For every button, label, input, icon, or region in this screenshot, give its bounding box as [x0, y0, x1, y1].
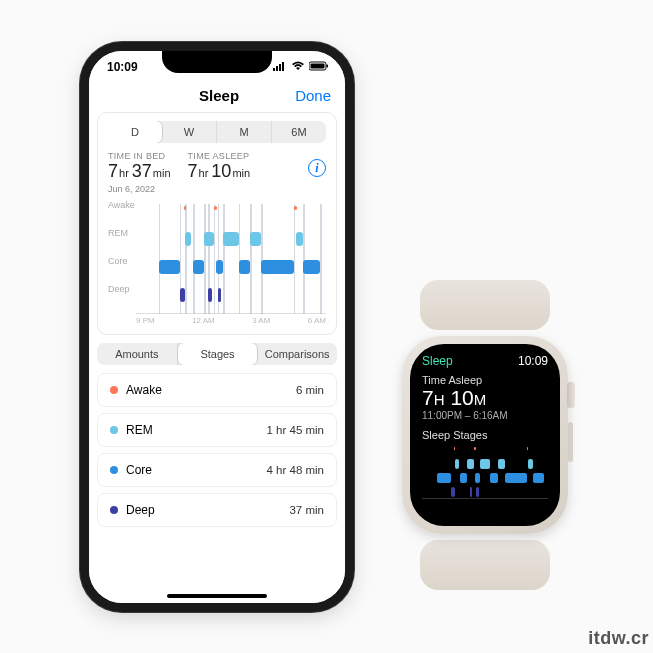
notch: [162, 51, 272, 73]
status-time: 10:09: [107, 60, 138, 74]
svg-rect-6: [327, 65, 329, 68]
stage-label-awake: Awake: [108, 200, 135, 210]
digital-crown[interactable]: [567, 382, 575, 408]
watch-time: 10:09: [518, 354, 548, 368]
view-tab-amounts[interactable]: Amounts: [97, 343, 178, 365]
legend-value: 37 min: [289, 504, 324, 516]
chart-x-axis-labels: 9 PM 12 AM 3 AM 6 AM: [108, 316, 326, 328]
svg-rect-3: [282, 62, 284, 71]
legend-name: Core: [126, 463, 152, 477]
watch-screen[interactable]: Sleep 10:09 Time Asleep 7H 10M 11:00PM –…: [410, 344, 560, 526]
legend-value: 1 hr 45 min: [266, 424, 324, 436]
view-tab-comparisons[interactable]: Comparisons: [257, 343, 337, 365]
legend-name: Deep: [126, 503, 155, 517]
watch-band-top: [420, 280, 550, 330]
watch-time-range: 11:00PM – 6:16AM: [422, 410, 548, 421]
watermark: itdw.cr: [588, 628, 649, 649]
legend-value: 4 hr 48 min: [266, 464, 324, 476]
stage-label-core: Core: [108, 256, 128, 266]
iphone-screen: 10:09 Sleep Done D W M: [89, 51, 345, 603]
range-tab-month[interactable]: M: [217, 121, 272, 143]
time-asleep-label: TIME ASLEEP: [188, 151, 254, 161]
legend-value: 6 min: [296, 384, 324, 396]
view-segmented-control[interactable]: Amounts Stages Comparisons: [97, 343, 337, 365]
chart-bars: [136, 198, 326, 314]
range-tab-week[interactable]: W: [162, 121, 217, 143]
nav-bar: Sleep Done: [89, 83, 345, 112]
home-indicator[interactable]: [167, 594, 267, 598]
watch-time-asleep-value: 7H 10M: [422, 386, 548, 410]
watch-band-bottom: [420, 540, 550, 590]
cellular-signal-icon: [273, 60, 287, 74]
legend-dot-core: [110, 466, 118, 474]
svg-rect-1: [276, 66, 278, 71]
wifi-icon: [291, 60, 305, 74]
time-in-bed-metric: TIME IN BED 7hr37min Jun 6, 2022: [108, 151, 174, 194]
watch-app-title: Sleep: [422, 354, 453, 368]
range-tab-6month[interactable]: 6M: [272, 121, 326, 143]
sleep-metrics: TIME IN BED 7hr37min Jun 6, 2022 TIME AS…: [108, 151, 326, 194]
stage-label-rem: REM: [108, 228, 128, 238]
watch-side-button[interactable]: [568, 422, 573, 462]
stage-label-deep: Deep: [108, 284, 130, 294]
iphone-device: 10:09 Sleep Done D W M: [80, 42, 354, 612]
watch-case: Sleep 10:09 Time Asleep 7H 10M 11:00PM –…: [402, 336, 568, 534]
done-button[interactable]: Done: [295, 87, 331, 104]
time-in-bed-value: 7hr37min: [108, 161, 174, 182]
stage-legend-list: Awake 6 min REM 1 hr 45 min Core 4 hr 48…: [97, 373, 337, 527]
legend-name: REM: [126, 423, 153, 437]
legend-dot-deep: [110, 506, 118, 514]
watch-sleep-chart: [422, 445, 548, 499]
sleep-card: D W M 6M TIME IN BED 7hr37min Jun 6, 202…: [97, 112, 337, 335]
watch-time-asleep-label: Time Asleep: [422, 374, 548, 386]
watch-status-bar: Sleep 10:09: [422, 354, 548, 368]
legend-item-core[interactable]: Core 4 hr 48 min: [97, 453, 337, 487]
nav-title: Sleep: [143, 87, 295, 104]
legend-dot-awake: [110, 386, 118, 394]
time-range-segmented-control[interactable]: D W M 6M: [108, 121, 326, 143]
svg-rect-5: [311, 64, 325, 69]
time-asleep-metric: TIME ASLEEP 7hr10min: [188, 151, 254, 182]
time-in-bed-label: TIME IN BED: [108, 151, 174, 161]
legend-item-awake[interactable]: Awake 6 min: [97, 373, 337, 407]
time-asleep-value: 7hr10min: [188, 161, 254, 182]
sleep-stages-chart[interactable]: Awake REM Core Deep 9 PM 12 AM 3 AM 6 AM: [108, 198, 326, 328]
legend-item-rem[interactable]: REM 1 hr 45 min: [97, 413, 337, 447]
metric-date: Jun 6, 2022: [108, 184, 174, 194]
apple-watch-device: Sleep 10:09 Time Asleep 7H 10M 11:00PM –…: [392, 310, 578, 560]
legend-dot-rem: [110, 426, 118, 434]
svg-rect-0: [273, 68, 275, 71]
battery-icon: [309, 60, 329, 74]
watch-section-title: Sleep Stages: [422, 429, 548, 441]
svg-rect-2: [279, 64, 281, 71]
status-indicators: [273, 60, 329, 74]
watch-chart-axis: [422, 498, 548, 499]
legend-name: Awake: [126, 383, 162, 397]
range-tab-day[interactable]: D: [108, 121, 163, 143]
info-icon[interactable]: i: [308, 159, 326, 177]
legend-item-deep[interactable]: Deep 37 min: [97, 493, 337, 527]
view-tab-stages[interactable]: Stages: [177, 343, 259, 365]
